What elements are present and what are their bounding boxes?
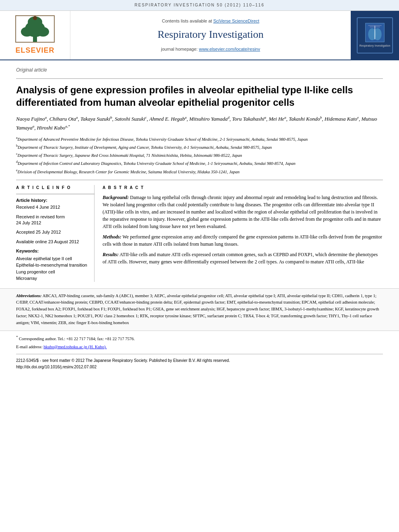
abstract-background: Background: Damage to lung epithelial ce… — [103, 194, 383, 230]
issn-line: 2212-5345/$ - see front matter © 2012 Th… — [16, 357, 383, 364]
divider-after-affiliations — [16, 180, 383, 180]
affiliations: aDepartment of Advanced Preventive Medic… — [16, 136, 383, 175]
keywords-label: Keywords: — [16, 248, 88, 254]
authors-line: Naoya Fujinoa, Chiharu Otaa, Takaya Suzu… — [16, 114, 383, 132]
elsevier-tree-icon — [15, 15, 55, 43]
results-text: ATII-like cells and mature ATII cells ex… — [103, 252, 378, 265]
top-section: ELSEVIER Contents lists available at Sci… — [0, 11, 399, 60]
badge-journal-icon — [365, 23, 385, 43]
abbreviations-label: Abbreviations: — [16, 294, 42, 298]
results-label: Results: — [103, 252, 119, 257]
affiliation-e: eDivision of Developmental Biology, Rese… — [16, 168, 383, 175]
revised-info: Received in revised form 24 July 2012 — [16, 214, 88, 226]
svg-point-3 — [37, 27, 49, 37]
email-link[interactable]: hkubo@med.tohoku.ac.jp (H. Kubo). — [43, 345, 107, 349]
elsevier-logo-area: ELSEVIER — [0, 11, 70, 60]
svg-point-5 — [33, 16, 37, 20]
background-label: Background: — [103, 195, 129, 200]
footer-copyright: 2212-5345/$ - see front matter © 2012 Th… — [16, 357, 383, 370]
footer-divider — [16, 354, 383, 354]
elsevier-wordmark: ELSEVIER — [15, 45, 54, 55]
abstract-col: A B S T R A C T Background: Damage to lu… — [103, 185, 383, 282]
history-label: Article history: — [16, 197, 88, 203]
corresponding-author: * Corresponding author. Tel.: +81 22 717… — [16, 334, 383, 342]
abbreviations-text: ABCA3, ATP-binding cassette, sub-family … — [16, 294, 379, 325]
background-text: Damage to lung epithelial cells through … — [103, 195, 381, 229]
journal-homepage-line: journal homepage: www.elsevier.com/locat… — [161, 46, 260, 52]
corresponding-text: Corresponding author. Tel.: +81 22 717 7… — [19, 336, 135, 341]
keyword-1: Alveolar epithelial type II cell — [16, 255, 88, 262]
journal-main-title: Respiratory Investigation — [158, 27, 264, 42]
keyword-2: Epithelial-to-mesenchymal transition — [16, 262, 88, 269]
contents-line: Contents lists available at SciVerse Sci… — [162, 18, 259, 24]
svg-rect-11 — [368, 25, 381, 26]
badge-text: Respiratory Investigation — [359, 44, 390, 47]
journal-badge: Respiratory Investigation — [357, 17, 393, 53]
methods-label: Methods: — [103, 234, 121, 240]
keyword-3: Lung progenitor cell — [16, 269, 88, 275]
email-label: E-mail address: — [16, 345, 43, 349]
abbreviations-section: Abbreviations: ABCA3, ATP-binding casset… — [0, 288, 399, 331]
article-info-col: A R T I C L E I N F O Article history: R… — [16, 185, 95, 282]
methods-text: We performed gene expression array and d… — [103, 234, 382, 247]
divider-after-type — [16, 78, 383, 79]
two-col-layout: A R T I C L E I N F O Article history: R… — [16, 185, 383, 282]
available-date: Available online 23 August 2012 — [16, 239, 88, 245]
affiliation-b: bDepartment of Thoracic Surgery, Institu… — [16, 144, 383, 150]
journal-title-area: Contents lists available at SciVerse Sci… — [70, 11, 351, 60]
email-line: E-mail address: hkubo@med.tohoku.ac.jp (… — [16, 344, 383, 351]
svg-rect-12 — [370, 27, 380, 27]
abstract-title: A B S T R A C T — [103, 185, 383, 191]
abstract-methods: Methods: We performed gene expression ar… — [103, 233, 383, 248]
affiliation-c: cDepartment of Thoracic Surgery, Japanes… — [16, 152, 383, 158]
abstract-text: Background: Damage to lung epithelial ce… — [103, 194, 383, 265]
article-title: Analysis of gene expression profiles in … — [16, 84, 383, 109]
abstract-results: Results: ATII-like cells and mature ATII… — [103, 251, 383, 265]
journal-header-bar: Respiratory Investigation 50 (2012) 110–… — [0, 0, 399, 11]
article-type: Original article — [16, 67, 383, 74]
keyword-4: Microarray — [16, 275, 88, 282]
doi-line: http://dx.doi.org/10.1016/j.resinv.2012.… — [16, 364, 383, 370]
footer-section: * Corresponding author. Tel.: +81 22 717… — [0, 331, 399, 374]
svg-point-2 — [21, 27, 33, 37]
main-content: Original article Analysis of gene expres… — [0, 60, 399, 288]
homepage-link[interactable]: www.elsevier.com/locate/resinv — [199, 47, 260, 51]
journal-badge-area: Respiratory Investigation — [351, 11, 399, 60]
article-info-title: A R T I C L E I N F O — [16, 185, 88, 191]
journal-bar-text: Respiratory Investigation 50 (2012) 110–… — [135, 3, 265, 7]
accepted-date: Accepted 25 July 2012 — [16, 229, 88, 235]
sciverse-link[interactable]: SciVerse ScienceDirect — [213, 18, 259, 23]
received-date: Received 4 June 2012 — [16, 204, 88, 210]
affiliation-d: dDepartment of Infection Control and Lab… — [16, 160, 383, 166]
affiliation-a: aDepartment of Advanced Preventive Medic… — [16, 136, 383, 142]
